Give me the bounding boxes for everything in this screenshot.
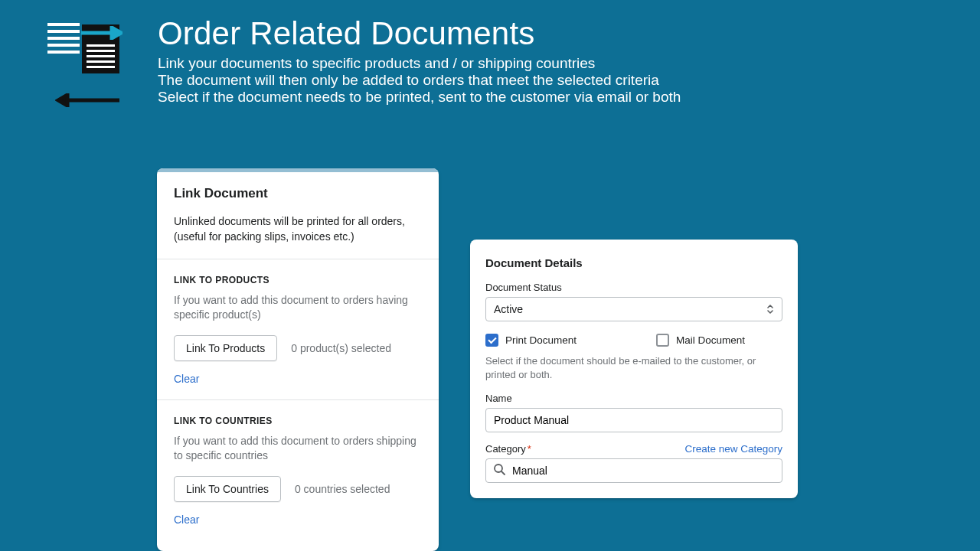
link-to-products-button[interactable]: Link To Products [174, 335, 277, 361]
link-to-countries-heading: LINK TO COUNTRIES [174, 416, 422, 426]
arrow-left-icon [55, 93, 119, 107]
page-subtitle-2: The document will then only be added to … [158, 72, 681, 89]
document-status-label: Document Status [485, 282, 782, 293]
link-to-countries-desc: If you want to add this document to orde… [174, 434, 422, 464]
clear-products-link[interactable]: Clear [174, 373, 199, 385]
link-document-title: Link Document [174, 186, 422, 201]
category-label: Category* [485, 443, 531, 455]
name-label: Name [485, 393, 782, 404]
document-details-card: Document Details Document Status Active … [470, 240, 798, 498]
create-category-link[interactable]: Create new Category [684, 443, 782, 455]
checkbox-checked-icon [485, 334, 498, 347]
link-to-products-section: LINK TO PRODUCTS If you want to add this… [157, 259, 439, 400]
link-document-card: Link Document Unlinked documents will be… [157, 168, 439, 551]
search-icon [493, 463, 505, 478]
mail-document-label: Mail Document [676, 334, 745, 346]
countries-selected-status: 0 countries selected [295, 483, 390, 495]
page-subtitle-1: Link your documents to specific products… [158, 55, 681, 72]
link-to-products-heading: LINK TO PRODUCTS [174, 275, 422, 285]
name-field[interactable] [485, 408, 782, 432]
print-document-label: Print Document [505, 334, 577, 346]
page-title: Order Related Documents [158, 17, 681, 51]
category-field[interactable] [485, 458, 782, 483]
link-to-countries-button[interactable]: Link To Countries [174, 476, 281, 502]
document-status-select[interactable]: Active [485, 297, 782, 321]
svg-line-1 [501, 471, 505, 474]
app-logo [47, 20, 119, 104]
document-details-title: Document Details [485, 256, 782, 269]
arrow-right-icon [81, 26, 122, 40]
page-subtitle-3: Select if the document needs to be print… [158, 89, 681, 106]
link-to-countries-section: LINK TO COUNTRIES If you want to add thi… [157, 400, 439, 540]
link-to-products-desc: If you want to add this document to orde… [174, 293, 422, 323]
mail-document-checkbox[interactable]: Mail Document [656, 334, 745, 347]
products-selected-status: 0 product(s) selected [291, 342, 391, 354]
page-header: Order Related Documents Link your docume… [47, 17, 681, 106]
checkbox-unchecked-icon [656, 334, 669, 347]
delivery-help-text: Select if the document should be e-maile… [485, 354, 782, 382]
print-document-checkbox[interactable]: Print Document [485, 334, 577, 347]
clear-countries-link[interactable]: Clear [174, 514, 199, 526]
link-document-intro: Unlinked documents will be printed for a… [174, 214, 422, 245]
